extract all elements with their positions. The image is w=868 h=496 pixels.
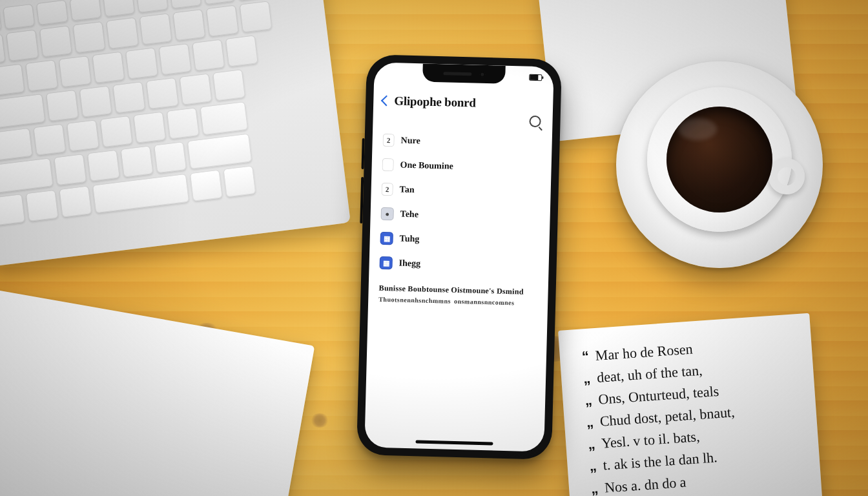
list-item-badge: ▦ [380, 232, 393, 245]
coffee-cup [616, 61, 823, 268]
list-item[interactable]: ▦Ihegg [378, 251, 540, 279]
list-item-label: Tan [399, 185, 414, 196]
handwritten-note: “Mar ho de Rosen„deat, uh of the tan,„On… [558, 313, 823, 496]
list-item[interactable]: ●Tehe [379, 202, 541, 230]
list-item-badge [382, 158, 394, 171]
wood-knot [310, 413, 329, 428]
list-item-label: Tehe [400, 209, 418, 220]
list-item-label: One Boumine [400, 160, 453, 172]
list-item-label: Ihegg [399, 258, 421, 269]
list-item-badge: 2 [381, 183, 393, 196]
phone-screen: Glipophe bonrd 2NureOne Boumine2Tan●Tehe… [364, 62, 554, 451]
menu-list: 2NureOne Boumine2Tan●Tehe▦Tuhg▦Ihegg [369, 127, 552, 278]
app: Glipophe bonrd 2NureOne Boumine2Tan●Tehe… [364, 62, 554, 451]
search-icon[interactable] [529, 116, 541, 127]
phone: Glipophe bonrd 2NureOne Boumine2Tan●Tehe… [356, 54, 562, 460]
list-item-label: Tuhg [400, 234, 420, 245]
app-title: Glipophe bonrd [394, 94, 476, 110]
list-item-badge: 2 [382, 134, 395, 147]
list-item-badge: ● [380, 207, 394, 221]
phone-notch [422, 63, 506, 83]
list-item[interactable]: 2Tan [380, 178, 542, 205]
keyboard [0, 0, 351, 267]
list-item[interactable]: ▦Tuhg [378, 227, 541, 254]
list-item-badge: ▦ [379, 256, 393, 270]
home-indicator[interactable] [415, 440, 493, 445]
back-icon[interactable] [381, 95, 392, 106]
list-item-label: Nure [400, 136, 420, 147]
list-item[interactable]: One Boumine [380, 153, 542, 181]
list-item[interactable]: 2Nure [381, 129, 543, 156]
